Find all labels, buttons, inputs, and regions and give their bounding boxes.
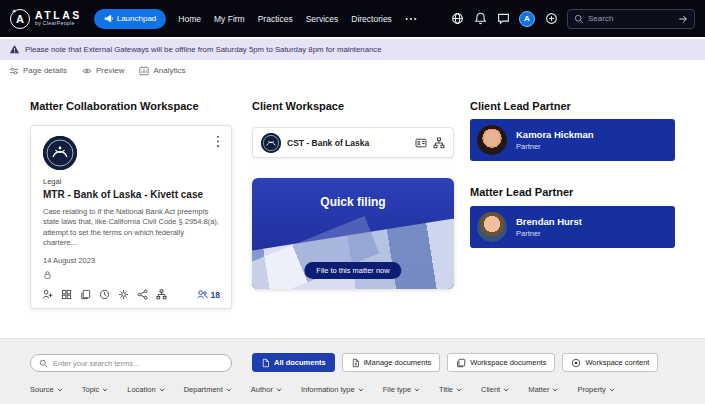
lock-icon [43,270,219,280]
chevron-down-icon [159,388,165,392]
document-search-section: All documents iManage documents Workspac… [0,338,705,404]
imanage-documents-button[interactable]: iManage documents [342,353,441,372]
partner-role: Partner [516,142,594,151]
nav-item-my-firm[interactable]: My Firm [214,14,245,24]
chevron-down-icon [358,388,364,392]
main-nav: Home My Firm Practices Services Director… [178,14,417,24]
document-search-input[interactable] [53,359,223,368]
matter-card[interactable]: Legal MTR - Bank of Laska - Kivett case … [30,125,232,309]
atlas-logo[interactable]: ✦ A ATLAS by ClearPeople [10,9,82,29]
analytics-label: Analytics [153,66,185,75]
imanage-documents-label: iManage documents [364,358,432,367]
chevron-down-icon [414,388,420,392]
globe-icon[interactable] [450,12,464,26]
search-icon [574,14,584,24]
document-stack-icon [456,358,466,368]
launchpad-button[interactable]: Launchpad [94,9,167,29]
nav-item-directories[interactable]: Directories [351,14,392,24]
filter-client[interactable]: Client [481,385,509,394]
filter-file-type[interactable]: File type [383,385,420,394]
document-icon [261,358,270,368]
chevron-down-icon [552,388,558,392]
filter-label: Department [184,385,223,394]
client-lead-partner-heading: Client Lead Partner [470,100,571,112]
filter-label: Author [251,385,273,394]
filter-department[interactable]: Department [184,385,232,394]
analytics-button[interactable]: Analytics [139,66,185,76]
matter-title[interactable]: MTR - Bank of Laska - Kivett case [43,189,219,202]
brand-text: ATLAS by ClearPeople [35,10,82,26]
filter-property[interactable]: Property [577,385,614,394]
matter-lead-partner-card[interactable]: Brendan Hurst Partner [470,206,675,248]
chart-icon [139,66,149,76]
launchpad-label: Launchpad [117,14,157,23]
settings-icon[interactable] [118,289,129,300]
org-chart-icon[interactable] [433,137,445,149]
documents-icon[interactable] [80,289,91,300]
nav-item-practices[interactable]: Practices [258,14,293,24]
matter-lead-partner-heading: Matter Lead Partner [470,186,573,198]
search-filters-row: Source Topic Location Department Author … [30,385,615,394]
matter-workspace-heading: Matter Collaboration Workspace [30,100,199,112]
chevron-down-icon [226,388,232,392]
filter-information-type[interactable]: Information type [301,385,364,394]
history-icon[interactable] [99,289,110,300]
avatar-kamora-hickman [477,125,507,155]
filter-author[interactable]: Author [251,385,282,394]
atlas-assistant-icon[interactable]: A [519,11,535,27]
matter-description: Case relating to if the National Bank Ac… [43,207,219,249]
workspace-content-button[interactable]: Workspace content [562,353,658,372]
nav-item-services[interactable]: Services [306,14,339,24]
nav-overflow-icon[interactable] [405,17,417,21]
filter-location[interactable]: Location [127,385,164,394]
client-lead-partner-card[interactable]: Kamora Hickman Partner [470,119,675,161]
quick-filing-title: Quick filing [252,195,454,209]
workspace-content-label: Workspace content [585,358,649,367]
maintenance-banner: Please note that External Gateways will … [0,39,705,60]
filter-title[interactable]: Title [439,385,462,394]
filter-topic[interactable]: Topic [82,385,109,394]
nav-item-home[interactable]: Home [178,14,201,24]
atlas-logo-icon: ✦ A [10,9,30,29]
bell-icon[interactable] [473,12,487,26]
add-member-icon[interactable] [42,289,53,300]
filter-label: Client [481,385,500,394]
brand-subtitle: by ClearPeople [35,21,82,26]
atlas-circle-icon [571,358,581,368]
chevron-down-icon [102,388,108,392]
atlas-badge-letter: A [524,14,530,23]
all-documents-button[interactable]: All documents [252,353,335,372]
contact-card-icon[interactable] [415,137,427,149]
workspace-documents-button[interactable]: Workspace documents [447,353,555,372]
matter-category: Legal [43,177,219,186]
chevron-down-icon [456,388,462,392]
share-network-icon[interactable] [137,289,148,300]
preview-button[interactable]: Preview [82,66,124,76]
file-to-matter-button[interactable]: File to this matter now [304,262,401,279]
chat-icon[interactable] [496,12,510,26]
members-count-button[interactable]: 18 [197,289,220,300]
page-details-label: Page details [23,66,67,75]
sitemap-icon[interactable] [156,289,167,300]
client-workspace-card[interactable]: CST - Bank of Laska [252,127,454,158]
page-details-button[interactable]: Page details [9,66,67,76]
page-toolbar: Page details Preview Analytics [0,60,705,81]
top-search-input[interactable] [588,14,674,23]
quick-filing-card[interactable]: Quick filing File to this matter now [252,178,454,289]
preview-label: Preview [96,66,124,75]
filter-matter[interactable]: Matter [528,385,558,394]
apps-grid-icon[interactable] [61,289,72,300]
filter-label: Source [30,385,54,394]
filter-label: Location [127,385,155,394]
chevron-down-icon [609,388,615,392]
matter-logo [43,136,77,170]
filter-label: File type [383,385,411,394]
search-go-icon[interactable] [678,14,688,24]
client-logo [261,133,281,153]
avatar-brendan-hurst [477,212,507,242]
filter-source[interactable]: Source [30,385,63,394]
add-circle-icon[interactable] [544,12,558,26]
card-menu-icon[interactable] [212,134,224,148]
page: ✦ A ATLAS by ClearPeople Launchpad Home … [0,0,705,404]
eye-icon [82,66,92,76]
